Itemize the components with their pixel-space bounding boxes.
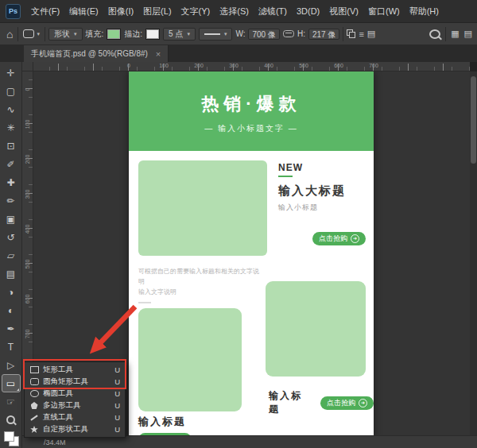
stroke-width-select[interactable]: 5 点 ▾ (163, 28, 196, 41)
panel-toggle-icon[interactable]: ▤ (464, 29, 472, 39)
chevron-down-icon: ▾ (74, 31, 77, 37)
link-dimensions-icon[interactable] (283, 30, 294, 37)
chevron-down-icon: ▾ (224, 31, 227, 37)
healing-brush-tool[interactable]: ✚ (2, 173, 21, 191)
artboard[interactable]: 热销·爆款 — 输入小标题文字 — NEW 输入大标题 输入小标题 点击抢购 ➜… (129, 71, 374, 435)
path-arrangement-icon[interactable]: ▤ (367, 29, 375, 39)
tool-mode-select[interactable]: 形状 ▾ (48, 28, 83, 41)
brush-tool[interactable]: ✏ (2, 191, 21, 210)
stroke-label: 描边: (124, 29, 142, 40)
fill-control[interactable]: 填充: (86, 29, 122, 40)
menu-item[interactable]: 3D(D) (292, 0, 324, 22)
zoom-tool[interactable] (2, 411, 21, 429)
separator (45, 27, 45, 41)
flyout-item-line-tool[interactable]: 直线工具 U (25, 411, 125, 423)
ruler-number: 600 (321, 62, 356, 70)
stroke-type-select[interactable]: ▾ (199, 28, 233, 41)
hand-tool[interactable]: ☞ (2, 392, 21, 411)
app-menus: 文件(F)编辑(E)图像(I)图层(L)文字(Y)选择(S)滤镜(T)3D(D)… (26, 0, 444, 22)
fill-swatch[interactable] (107, 29, 121, 40)
ruler-number: 500 (22, 246, 33, 281)
lasso-tool[interactable]: ∿ (2, 100, 21, 118)
pen-tool[interactable]: ✒ (2, 319, 21, 338)
flyout-item-polygon-tool[interactable]: 多边形工具 U (25, 400, 125, 411)
menu-item[interactable]: 图层(L) (138, 0, 176, 22)
menu-item[interactable]: 滤镜(T) (254, 0, 292, 22)
vertical-scrollbar[interactable] (470, 71, 477, 435)
photoshop-logo-icon: Ps (6, 4, 21, 19)
badge-underline (278, 176, 293, 177)
hero-banner: 热销·爆款 — 输入小标题文字 — (129, 71, 374, 151)
rounded-rectangle-tool-icon (23, 29, 34, 38)
stroke-control[interactable]: 描边: (124, 29, 160, 40)
flyout-item-shortcut: U (114, 425, 120, 434)
crop-tool[interactable]: ⊡ (2, 137, 21, 155)
eraser-tool[interactable]: ▱ (2, 246, 21, 265)
document-size-value: /34.4M (44, 438, 66, 446)
document-tab[interactable]: 手机端首页.psd @ 50%(RGB/8#) × (24, 45, 169, 62)
marquee-tool[interactable]: ▢ (2, 82, 21, 100)
color-swatches[interactable] (3, 427, 19, 446)
cta-label: 点击抢购 (319, 234, 347, 244)
height-value[interactable]: 217 像 (308, 29, 339, 40)
ruler-number: 100 (22, 106, 33, 141)
width-value[interactable]: 700 像 (248, 29, 279, 40)
image-placeholder-top (138, 160, 267, 256)
dodge-tool[interactable]: ◐ (2, 301, 21, 319)
shape-height-field[interactable]: H: 217 像 (297, 29, 339, 40)
feature-block: NEW 输入大标题 输入小标题 点击抢购 ➜ (278, 162, 366, 245)
menu-item[interactable]: 编辑(E) (64, 0, 103, 22)
image-placeholder-left (138, 308, 242, 411)
ruler-corner (22, 62, 33, 71)
shape-tool-icon (29, 390, 39, 397)
description-line: 输入文字说明 (138, 288, 259, 298)
options-bar: ⌂ ▾ 形状 ▾ 填充: 描边: 5 点 ▾ ▾ W: 700 像 H: 217… (0, 23, 477, 45)
scrollbar-thumb[interactable] (471, 76, 476, 164)
cta-button: 点击抢购 ➜ (320, 396, 374, 410)
eyedropper-tool[interactable]: ✐ (2, 155, 21, 173)
menu-item[interactable]: 视图(V) (324, 0, 363, 22)
menu-item[interactable]: 文件(F) (26, 0, 64, 22)
path-operations-icon[interactable] (347, 29, 355, 38)
history-brush-tool[interactable]: ↺ (2, 228, 21, 246)
menu-item[interactable]: 图像(I) (103, 0, 138, 22)
flyout-item-label: 自定形状工具 (43, 424, 88, 434)
ruler-number: 500 (286, 62, 321, 70)
foreground-color-swatch[interactable] (4, 431, 14, 442)
separator (445, 27, 446, 41)
type-tool[interactable]: T (2, 338, 21, 356)
close-tab-icon[interactable]: × (156, 49, 161, 59)
path-alignment-icon[interactable]: ≡ (359, 29, 363, 39)
stroke-swatch[interactable] (145, 29, 160, 40)
flyout-item-custom-shape-tool[interactable]: 自定形状工具 U (25, 423, 125, 435)
move-tool[interactable]: ✛ (2, 64, 21, 82)
flyout-item-ellipse-tool[interactable]: 椭圆工具 U (25, 388, 125, 400)
description-line: 可根据自己的需要输入标题和相关的文字说明 (138, 267, 259, 288)
card-right-row: 输入标题 点击抢购 ➜ (269, 389, 374, 416)
stroke-type-sample (204, 33, 220, 35)
separator (17, 27, 18, 41)
rectangle-tool[interactable]: ▭ (2, 374, 21, 392)
ruler-number: 700 (22, 316, 33, 351)
quick-selection-tool[interactable]: ✳ (2, 118, 21, 137)
menu-item[interactable]: 窗口(W) (363, 0, 405, 22)
home-icon[interactable]: ⌂ (5, 28, 14, 41)
document-tab-bar: 手机端首页.psd @ 50%(RGB/8#) × (0, 45, 477, 62)
menu-item[interactable]: 选择(S) (215, 0, 254, 22)
search-icon[interactable] (429, 29, 440, 39)
gradient-tool[interactable]: ▤ (2, 265, 21, 283)
tool-preset-button[interactable]: ▾ (21, 29, 41, 38)
ruler-number: 0 (111, 62, 146, 70)
workspace-panel-icon[interactable]: ▦ (451, 29, 459, 39)
menu-item[interactable]: 文字(Y) (176, 0, 215, 22)
flyout-item-shortcut: U (114, 389, 120, 398)
ruler-number: 300 (22, 176, 33, 211)
shape-width-field[interactable]: W: 700 像 (235, 29, 280, 40)
clone-stamp-tool[interactable]: ▣ (2, 210, 21, 228)
separator (343, 27, 343, 41)
ruler-number: 400 (22, 211, 33, 246)
flyout-item-shortcut: U (114, 401, 120, 410)
blur-tool[interactable]: ◑ (2, 283, 21, 301)
menu-item[interactable]: 帮助(H) (405, 0, 444, 22)
path-selection-tool[interactable]: ▷ (2, 356, 21, 374)
